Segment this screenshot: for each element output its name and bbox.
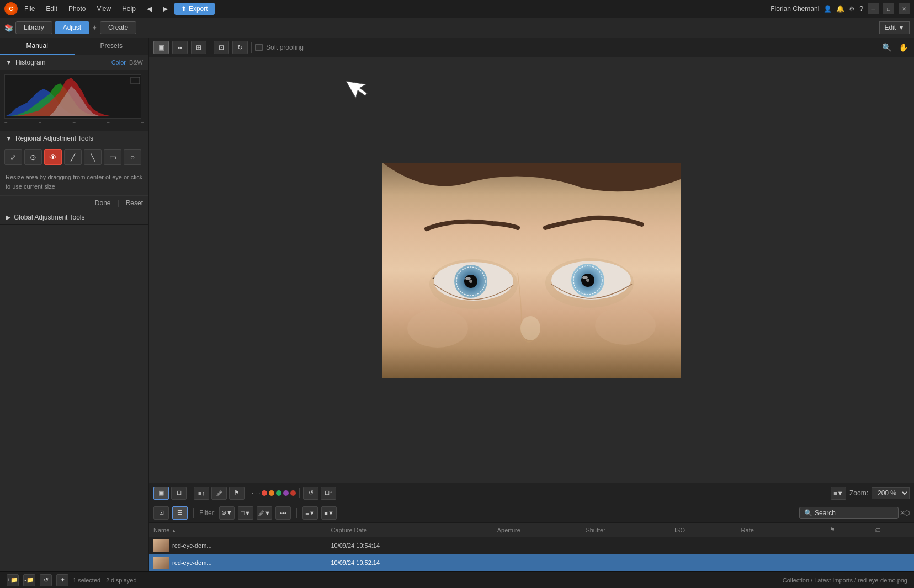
titlebar: C File Edit Photo View Help ◀ ▶ ⬆ Export… — [0, 0, 914, 18]
edit-dropdown[interactable]: Edit ▼ — [879, 21, 910, 34]
search-input[interactable] — [815, 509, 897, 517]
menu-help[interactable]: Help — [118, 3, 140, 15]
create-icon: ✦ — [92, 24, 98, 32]
remove-collection-button[interactable]: -📁 — [23, 574, 35, 586]
minimize-button[interactable]: ─ — [868, 3, 879, 14]
create-button[interactable]: Create — [100, 21, 136, 34]
menu-file[interactable]: File — [20, 3, 39, 15]
create-status-button[interactable]: ✦ — [56, 574, 68, 586]
ellipse-tool-button[interactable]: ○ — [124, 149, 141, 165]
done-button[interactable]: Done — [95, 199, 111, 207]
add-collection-button[interactable]: +📁 — [7, 574, 19, 586]
rotate-button[interactable]: ↻ — [232, 41, 248, 54]
nav-forward-button[interactable]: ▶ — [158, 3, 172, 15]
filter-rect-button[interactable]: □▼ — [238, 506, 253, 520]
titlebar-left: C File Edit Photo View Help ◀ ▶ ⬆ Export — [4, 2, 215, 15]
list-mode-button[interactable]: ☰ — [172, 506, 188, 520]
color-dot-green[interactable] — [276, 490, 281, 496]
maximize-button[interactable]: □ — [883, 3, 894, 14]
export-image-button[interactable]: ⊡↑ — [321, 487, 336, 500]
histogram-color-opt[interactable]: Color — [111, 59, 126, 66]
redeye-tool-button[interactable]: 👁 — [44, 149, 62, 165]
edit-settings-button[interactable]: 🖉 — [211, 487, 227, 500]
view-mode-button[interactable]: ⊡ — [153, 506, 169, 520]
question-icon[interactable]: ? — [859, 5, 863, 13]
soft-proofing-toggle[interactable]: Soft proofing — [255, 44, 304, 51]
tool-hint: Resize area by dragging from center of e… — [0, 168, 148, 195]
cell-tag — [870, 554, 914, 571]
table-row[interactable]: red-eye-dem... 10/09/24 10:54:14 — [149, 537, 914, 554]
user-name: Florian Chemani — [770, 5, 819, 13]
export-button[interactable]: ⬆ Export — [174, 3, 215, 15]
histogram-marks: −−−−− — [4, 119, 144, 127]
col-flag[interactable]: ⚑ — [825, 523, 869, 537]
menu-edit[interactable]: Edit — [41, 3, 62, 15]
col-shutter[interactable]: Shutter — [581, 523, 670, 537]
file-table-container: Name ▲ Capture Date Aperture Shutter ISO… — [149, 523, 914, 571]
rect-tool-button[interactable]: ▭ — [104, 149, 121, 165]
filter-brush-button[interactable]: 🖉▼ — [257, 506, 272, 520]
external-link-button[interactable]: ⬡ — [904, 509, 910, 517]
lasso-tool-button[interactable]: ⤢ — [4, 149, 22, 165]
adjust-button[interactable]: Adjust — [55, 21, 89, 34]
col-iso[interactable]: ISO — [670, 523, 737, 537]
cell-aperture — [493, 537, 582, 554]
main-content: Manual Presets ▼ Histogram Color B&W — [0, 38, 914, 571]
photo-container — [382, 163, 681, 378]
close-button[interactable]: ✕ — [899, 3, 910, 14]
gradient-tool-button[interactable]: ╱ — [64, 149, 82, 165]
library-button[interactable]: Library — [15, 21, 52, 34]
color-dot-red2[interactable] — [290, 490, 296, 496]
gradient2-tool-button[interactable]: ╲ — [84, 149, 102, 165]
library-icon: 📚 — [4, 24, 13, 32]
sort-button[interactable]: ≡↑ — [194, 487, 209, 500]
regional-tools-header[interactable]: ▼ Regional Adjustment Tools — [0, 131, 148, 146]
zoom-list-button[interactable]: ≡▼ — [831, 487, 846, 500]
dual-view-button[interactable]: ▪▪ — [172, 41, 188, 54]
color-dot-red[interactable] — [262, 490, 267, 496]
global-tools-header[interactable]: ▶ Global Adjustment Tools — [0, 210, 148, 225]
filmstrip-grid-button[interactable]: ⊟ — [171, 487, 187, 500]
color-dot-orange[interactable] — [269, 490, 274, 496]
grid-view-button[interactable]: ⊞ — [191, 41, 206, 54]
soft-proofing-checkbox[interactable] — [255, 44, 263, 51]
color-label-button[interactable]: ■▼ — [321, 506, 337, 520]
single-view-button[interactable]: ▣ — [153, 41, 169, 54]
menu-photo[interactable]: Photo — [64, 3, 90, 15]
search-icon: 🔍 — [804, 509, 812, 517]
cell-iso — [670, 537, 737, 554]
capture-button[interactable]: ⚑ — [229, 487, 245, 500]
menu-view[interactable]: View — [92, 3, 115, 15]
tab-presets[interactable]: Presets — [75, 38, 149, 55]
svg-marker-1 — [346, 73, 370, 100]
hand-tool-icon[interactable]: ✋ — [896, 41, 910, 54]
col-tag[interactable]: 🏷 — [870, 523, 914, 537]
filter-label: Filter: — [199, 509, 216, 517]
search-view-icon[interactable]: 🔍 — [880, 41, 893, 54]
color-dot-purple[interactable] — [283, 490, 289, 496]
zoom-select[interactable]: 200 % 100 % 50 % Fit — [872, 487, 910, 499]
file-path: Collection / Latest Imports / red-eye-de… — [783, 577, 907, 584]
table-row[interactable]: red-eye-dem... 10/09/24 10:52:14 — [149, 554, 914, 571]
histogram-bw-opt[interactable]: B&W — [129, 59, 143, 66]
crop-button[interactable]: ⊡ — [214, 41, 229, 54]
filmstrip-view-button[interactable]: ▣ — [153, 487, 169, 500]
sort-options-button[interactable]: ≡▼ — [302, 506, 318, 520]
titlebar-right: Florian Chemani 👤 🔔 ⚙ ? ─ □ ✕ — [770, 3, 910, 14]
histogram-header[interactable]: ▼ Histogram Color B&W — [0, 55, 148, 70]
refresh-button[interactable]: ↺ — [303, 487, 318, 500]
reset-button[interactable]: Reset — [126, 199, 143, 207]
nav-back-button[interactable]: ◀ — [142, 3, 156, 15]
col-name[interactable]: Name ▲ — [149, 523, 326, 537]
col-aperture[interactable]: Aperture — [493, 523, 582, 537]
filter-more-button[interactable]: ••• — [275, 506, 291, 520]
reset-status-button[interactable]: ↺ — [40, 574, 52, 586]
brush-tool-button[interactable]: ⊙ — [24, 149, 42, 165]
col-rate[interactable]: Rate — [737, 523, 826, 537]
col-date[interactable]: Capture Date — [326, 523, 492, 537]
settings-icon[interactable]: ⚙ — [849, 5, 855, 13]
tab-manual[interactable]: Manual — [0, 38, 75, 55]
notification-icon[interactable]: 🔔 — [836, 5, 844, 13]
filter-all-button[interactable]: ⊛▼ — [219, 506, 235, 520]
filmstrip-separator-1 — [190, 488, 190, 498]
